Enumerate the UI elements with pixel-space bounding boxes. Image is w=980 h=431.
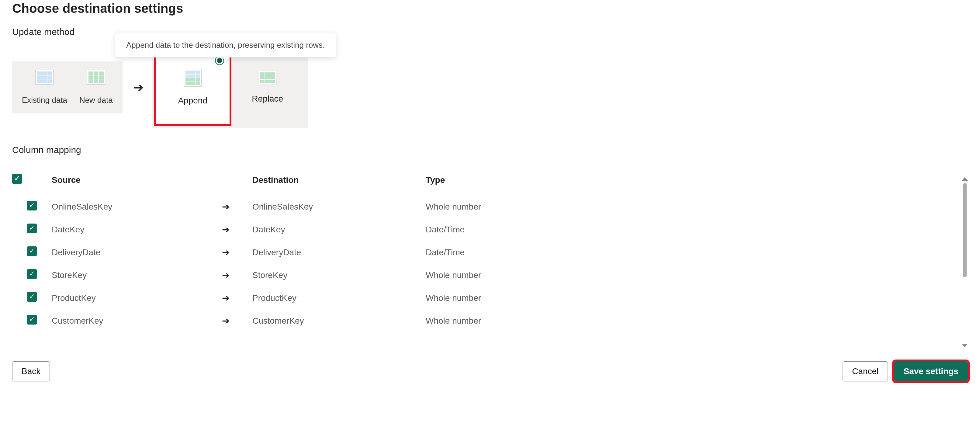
row-checkbox[interactable] bbox=[27, 292, 37, 302]
row-checkbox[interactable] bbox=[27, 201, 37, 210]
row-checkbox[interactable] bbox=[27, 269, 37, 279]
table-row: CustomerKey➔CustomerKeyWhole number bbox=[12, 309, 943, 332]
arrow-right-icon: ➔ bbox=[222, 293, 229, 303]
new-data-label: New data bbox=[80, 95, 113, 105]
header-source: Source bbox=[52, 165, 222, 195]
existing-new-preview: Existing data New data bbox=[12, 62, 123, 113]
column-mapping-heading: Column mapping bbox=[12, 145, 968, 155]
table-row: OnlineSalesKey➔OnlineSalesKeyWhole numbe… bbox=[12, 195, 943, 218]
existing-data-label: Existing data bbox=[22, 95, 67, 105]
replace-label: Replace bbox=[252, 94, 283, 104]
source-cell: DateKey bbox=[52, 218, 222, 241]
destination-cell[interactable]: DateKey bbox=[252, 218, 426, 241]
select-all-checkbox[interactable] bbox=[12, 174, 22, 184]
type-cell: Date/Time bbox=[426, 218, 943, 241]
source-cell: DeliveryDate bbox=[52, 241, 222, 264]
column-mapping-table-wrap: Source Destination Type OnlineSalesKey➔O… bbox=[12, 165, 968, 347]
table-row: ProductKey➔ProductKeyWhole number bbox=[12, 286, 943, 309]
destination-cell[interactable]: OnlineSalesKey bbox=[252, 195, 426, 218]
source-cell: OnlineSalesKey bbox=[52, 195, 222, 218]
destination-cell[interactable]: CustomerKey bbox=[252, 309, 426, 332]
scroll-down-icon[interactable] bbox=[962, 344, 968, 347]
arrow-right-icon: ➔ bbox=[222, 202, 229, 212]
back-button[interactable]: Back bbox=[12, 361, 50, 382]
update-method-options: Append Replace bbox=[152, 47, 308, 128]
existing-data-tile: Existing data bbox=[22, 70, 67, 105]
header-destination: Destination bbox=[252, 165, 426, 195]
replace-table-icon bbox=[259, 71, 277, 85]
row-checkbox[interactable] bbox=[27, 224, 37, 233]
arrow-right-icon: ➔ bbox=[134, 81, 144, 93]
table-row: DateKey➔DateKeyDate/Time bbox=[12, 218, 943, 241]
append-label: Append bbox=[178, 96, 207, 105]
source-cell: StoreKey bbox=[52, 264, 222, 286]
arrow-right-icon: ➔ bbox=[222, 247, 229, 257]
footer: Back Cancel Save settings bbox=[12, 361, 968, 382]
table-row: StoreKey➔StoreKeyWhole number bbox=[12, 264, 943, 286]
append-tooltip: Append data to the destination, preservi… bbox=[115, 33, 336, 57]
scroll-thumb[interactable] bbox=[963, 183, 967, 277]
page-title: Choose destination settings bbox=[12, 1, 968, 16]
table-icon bbox=[35, 70, 54, 84]
destination-cell[interactable]: ProductKey bbox=[252, 286, 426, 309]
source-cell: CustomerKey bbox=[52, 309, 222, 332]
destination-cell[interactable]: StoreKey bbox=[252, 264, 426, 286]
source-cell: ProductKey bbox=[52, 286, 222, 309]
table-icon bbox=[87, 70, 105, 84]
type-cell: Whole number bbox=[426, 195, 943, 218]
arrow-right-icon: ➔ bbox=[222, 316, 229, 326]
type-cell: Whole number bbox=[426, 286, 943, 309]
header-type: Type bbox=[426, 165, 943, 195]
append-option[interactable]: Append bbox=[155, 50, 230, 125]
update-method-row: Existing data New data ➔ Append bbox=[12, 47, 968, 128]
row-checkbox[interactable] bbox=[27, 315, 37, 324]
save-settings-button[interactable]: Save settings bbox=[894, 361, 968, 382]
replace-option[interactable]: Replace bbox=[230, 50, 305, 125]
type-cell: Date/Time bbox=[426, 241, 943, 264]
scroll-up-icon[interactable] bbox=[962, 177, 968, 181]
cancel-button[interactable]: Cancel bbox=[843, 361, 888, 382]
arrow-right-icon: ➔ bbox=[222, 224, 229, 234]
arrow-right-icon: ➔ bbox=[222, 270, 229, 280]
destination-cell[interactable]: DeliveryDate bbox=[252, 241, 426, 264]
table-row: DeliveryDate➔DeliveryDateDate/Time bbox=[12, 241, 943, 264]
new-data-tile: New data bbox=[80, 70, 113, 105]
column-mapping-table: Source Destination Type OnlineSalesKey➔O… bbox=[12, 165, 943, 332]
append-table-icon bbox=[184, 69, 202, 87]
scrollbar[interactable] bbox=[962, 177, 968, 347]
row-checkbox[interactable] bbox=[27, 247, 37, 256]
type-cell: Whole number bbox=[426, 309, 943, 332]
type-cell: Whole number bbox=[426, 264, 943, 286]
